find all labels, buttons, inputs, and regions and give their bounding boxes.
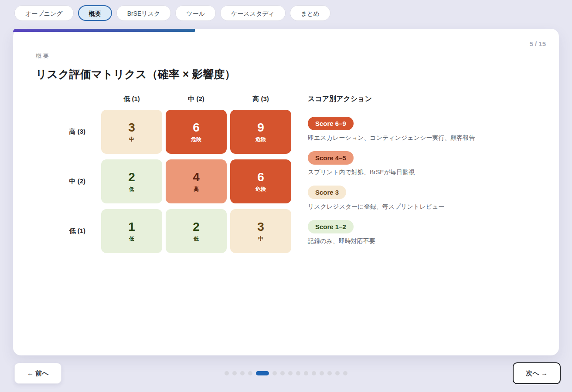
matrix-col-header: 高 (3) [230,95,291,104]
pagination-dot[interactable] [240,371,245,375]
tab-tools[interactable]: ツール [175,5,216,21]
matrix-cell-level: 高 [194,186,199,192]
pagination-dot[interactable] [280,371,285,375]
score-action-description: 即エスカレーション、コンティンジェンシー実行、顧客報告 [308,134,475,142]
matrix-cell: 4高 [166,159,227,203]
tab-overview[interactable]: 概要 [78,5,112,21]
matrix-cell-value: 2 [193,221,200,233]
pagination-dot[interactable] [343,371,347,375]
footer-nav: ← 前へ 次へ → [0,363,572,384]
score-action-description: 記録のみ、即時対応不要 [308,237,475,245]
matrix-cell-value: 3 [257,221,264,233]
pagination-dot[interactable] [272,371,277,375]
score-actions-list: Score 6–9即エスカレーション、コンティンジェンシー実行、顧客報告Scor… [308,117,475,245]
matrix-cell-value: 2 [128,171,135,183]
page: オープニング概要BrSEリスクツールケーススタディまとめ 5 / 15 概要 リ… [0,0,572,384]
pagination-dot[interactable] [335,371,340,375]
pagination-dot[interactable] [288,371,293,375]
matrix-cell-level: 低 [129,186,134,192]
matrix-cell-value: 3 [128,122,135,134]
matrix-cell-level: 低 [129,236,134,241]
score-action-item: Score 4–5スプリント内で対処、BrSEが毎日監視 [308,151,475,176]
matrix-row-label: 中 (2) [36,177,98,186]
matrix-cell-level: 危険 [255,186,266,192]
matrix-row-label: 低 (1) [36,227,98,235]
pagination-dot[interactable] [225,371,229,375]
score-badge: Score 1–2 [308,220,354,233]
matrix-cell-value: 6 [257,171,264,183]
score-badge: Score 4–5 [308,151,354,165]
matrix-cell: 6危険 [166,110,227,154]
pagination-dot[interactable] [320,371,324,375]
risk-matrix: 低 (1)中 (2)高 (3)高 (3)3中6危険9危険中 (2)2低4高6危険… [36,94,291,254]
pagination-dot[interactable] [256,371,269,375]
matrix-cell-level: 中 [258,236,263,241]
prev-button[interactable]: ← 前へ [14,363,61,384]
score-actions-heading: スコア別アクション [308,95,475,104]
score-badge: Score 6–9 [308,117,354,130]
matrix-cell-level: 低 [194,236,199,241]
tab-case-study[interactable]: ケーススタディ [220,5,286,21]
score-action-description: スプリント内で対処、BrSEが毎日監視 [308,169,475,176]
progress-bar [13,29,195,32]
pagination-dot[interactable] [232,371,237,375]
next-button[interactable]: 次へ → [513,362,561,384]
tab-summary[interactable]: まとめ [290,5,330,21]
slide-body: 低 (1)中 (2)高 (3)高 (3)3中6危険9危険中 (2)2低4高6危険… [36,94,546,254]
pagination-dots [225,371,347,375]
score-badge: Score 3 [308,186,346,199]
tab-opening[interactable]: オープニング [14,5,74,21]
matrix-cell-value: 4 [193,171,200,183]
score-actions-panel: スコア別アクション Score 6–9即エスカレーション、コンティンジェンシー実… [308,94,475,254]
score-action-item: Score 6–9即エスカレーション、コンティンジェンシー実行、顧客報告 [308,117,475,142]
matrix-cell: 2低 [101,159,162,203]
slide-title: リスク評価マトリクス（確率 × 影響度） [36,67,546,81]
matrix-cell: 3中 [230,209,291,253]
score-action-description: リスクレジスターに登録、毎スプリントレビュー [308,203,475,211]
score-action-item: Score 1–2記録のみ、即時対応不要 [308,220,475,245]
pagination-dot[interactable] [312,371,316,375]
matrix-cell-level: 中 [129,137,134,142]
section-label: 概要 [36,52,546,60]
tab-brse-risk[interactable]: BrSEリスク [116,5,171,21]
matrix-cell: 6危険 [230,159,291,203]
matrix-col-header: 中 (2) [166,95,227,104]
matrix-cell-value: 6 [193,122,200,134]
slide-content: 概要 リスク評価マトリクス（確率 × 影響度） 低 (1)中 (2)高 (3)高… [13,29,559,254]
matrix-cell: 9危険 [230,110,291,154]
pagination-dot[interactable] [248,371,252,375]
matrix-cell-value: 1 [128,221,135,233]
matrix-cell-value: 9 [257,122,264,134]
slide-card: 5 / 15 概要 リスク評価マトリクス（確率 × 影響度） 低 (1)中 (2… [13,29,559,355]
tab-bar: オープニング概要BrSEリスクツールケーススタディまとめ [0,0,572,21]
matrix-cell: 3中 [101,110,162,154]
matrix-cell-level: 危険 [255,137,266,142]
page-counter: 5 / 15 [529,40,546,47]
matrix-row-label: 高 (3) [36,128,98,136]
matrix-cell-level: 危険 [191,137,201,142]
pagination-dot[interactable] [304,371,308,375]
matrix-cell: 1低 [101,209,162,253]
matrix-cell: 2低 [166,209,227,253]
score-action-item: Score 3リスクレジスターに登録、毎スプリントレビュー [308,186,475,211]
pagination-dot[interactable] [296,371,300,375]
pagination-dot[interactable] [327,371,332,375]
matrix-col-header: 低 (1) [101,95,162,104]
